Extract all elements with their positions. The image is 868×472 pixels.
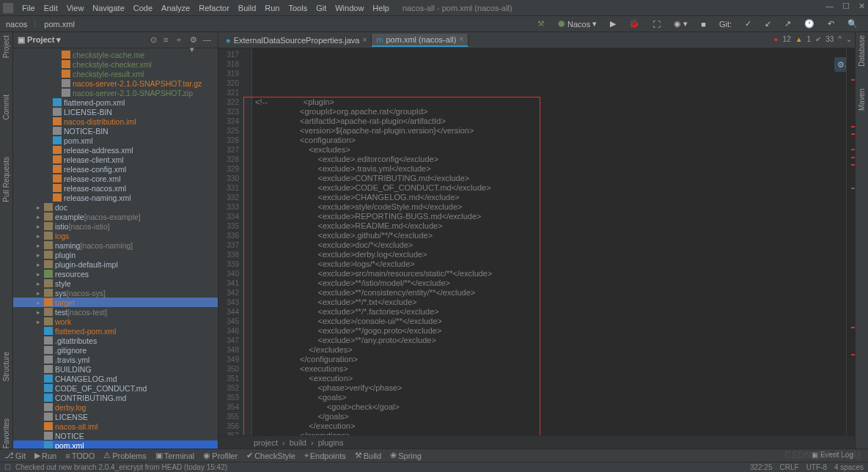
event-log[interactable]: ▣ Event Log — [812, 451, 853, 459]
breadcrumb-root[interactable]: nacos — [6, 20, 27, 29]
maximize-button[interactable]: ☐ — [842, 1, 850, 11]
git-update-button[interactable]: ✓ — [740, 18, 756, 29]
search-button[interactable]: 🔍 — [843, 18, 862, 29]
close-button[interactable]: ✕ — [858, 1, 865, 11]
run-button[interactable]: ▶ — [606, 18, 620, 29]
tool-todo[interactable]: ≡ TODO — [65, 451, 95, 460]
chevron-up-icon[interactable]: ^ — [838, 35, 842, 43]
tool-profiler[interactable]: ◉ Profiler — [203, 451, 238, 460]
tree-item[interactable]: ▸istio [nacos-istio] — [13, 221, 218, 231]
tree-item[interactable]: nacos-distribution.iml — [13, 117, 218, 126]
tree-item[interactable]: LICENSE-BIN — [13, 107, 218, 117]
file-encoding[interactable]: UTF-8 — [806, 463, 827, 471]
line-separator[interactable]: CRLF — [780, 463, 799, 471]
tool-pull-requests[interactable]: Pull Requests — [2, 157, 10, 202]
tool-run[interactable]: ▶ Run — [34, 451, 56, 460]
menu-analyze[interactable]: Analyze — [157, 4, 194, 12]
tree-item[interactable]: release-address.xml — [13, 145, 218, 155]
tree-item[interactable]: release-client.xml — [13, 155, 218, 164]
menu-navigate[interactable]: Navigate — [88, 4, 128, 12]
tool-build[interactable]: ⚒ Build — [355, 451, 381, 460]
tree-item[interactable]: ▸style — [13, 279, 218, 288]
editor-breadcrumb[interactable]: project › build › plugins — [218, 435, 855, 449]
tree-item[interactable]: nacos-server-2.1.0-SNAPSHOT.zip — [13, 88, 218, 97]
weak-warning-count[interactable]: 33 — [825, 35, 834, 43]
tree-item[interactable]: ▸target — [13, 298, 218, 307]
tree-item[interactable]: derby.log — [13, 402, 218, 412]
close-icon[interactable]: × — [362, 36, 367, 44]
menu-refactor[interactable]: Refactor — [194, 4, 234, 12]
tree-item[interactable]: release-config.xml — [13, 164, 218, 174]
debug-button[interactable]: 🐞 — [625, 18, 644, 29]
tree-item[interactable]: NOTICE-BIN — [13, 126, 218, 136]
tree-item[interactable]: release-naming.xml — [13, 193, 218, 202]
minimize-button[interactable]: — — [825, 1, 834, 11]
tree-item[interactable]: ▸naming [nacos-naming] — [13, 240, 218, 250]
tree-item[interactable]: ▸logs — [13, 231, 218, 240]
tree-item[interactable]: BUILDING — [13, 364, 218, 374]
tree-item[interactable]: CODE_OF_CONDUCT.md — [13, 383, 218, 393]
tree-item[interactable]: pom.xml — [13, 440, 218, 449]
hide-panel-icon[interactable]: — — [203, 35, 213, 45]
tree-item[interactable]: ▸resources — [13, 269, 218, 279]
tab-external-datasource[interactable]: ●ExternalDataSourceProperties.java× — [221, 34, 372, 46]
menu-run[interactable]: Run — [260, 4, 284, 12]
tool-database[interactable]: Database — [858, 35, 866, 67]
menu-edit[interactable]: Edit — [40, 4, 62, 12]
close-icon[interactable]: × — [459, 35, 463, 43]
tree-item[interactable]: ▸plugin-default-impl — [13, 259, 218, 269]
git-commit-button[interactable]: ↙ — [760, 18, 776, 29]
tool-project[interactable]: Project — [2, 35, 10, 58]
tree-item[interactable]: checkstyle-result.xml — [13, 69, 218, 78]
menu-tools[interactable]: Tools — [284, 4, 312, 12]
git-push-button[interactable]: ↗ — [780, 18, 795, 29]
error-count[interactable]: 12 — [783, 35, 791, 43]
tree-item[interactable]: ▸plugin — [13, 250, 218, 259]
tree-item[interactable]: pom.xml — [13, 136, 218, 145]
select-opened-file-icon[interactable]: ⊙ — [150, 35, 161, 45]
git-history-button[interactable]: 🕐 — [800, 18, 819, 29]
tree-item[interactable]: flattened-pom.xml — [13, 97, 218, 107]
cursor-position[interactable]: 322:25 — [750, 463, 773, 471]
project-tree[interactable]: checkstyle-cache.mecheckstyle-checker.xm… — [13, 48, 218, 449]
menu-code[interactable]: Code — [129, 4, 157, 12]
settings-icon[interactable]: ⚙ ▾ — [190, 35, 200, 45]
chevron-down-icon[interactable]: ⌄ — [846, 35, 852, 43]
expand-all-icon[interactable]: ≡ — [163, 35, 174, 45]
collapse-all-icon[interactable]: ÷ — [177, 35, 187, 45]
tree-item[interactable]: ▸test [nacos-test] — [13, 307, 218, 317]
tab-pom-xml[interactable]: mpom.xml (nacos-all)× — [372, 34, 468, 47]
tool-terminal[interactable]: ▣ Terminal — [155, 451, 195, 460]
fold-gutter[interactable] — [243, 48, 252, 435]
tree-item[interactable]: .gitignore — [13, 345, 218, 355]
tool-spring[interactable]: ❀ Spring — [390, 451, 422, 460]
tool-favorites[interactable]: Favorites — [2, 418, 10, 449]
tree-item[interactable]: .gitattributes — [13, 336, 218, 345]
code-editor[interactable]: 3173183193203213223233243253263273283293… — [218, 48, 855, 435]
tree-item[interactable]: NOTICE — [13, 431, 218, 440]
tool-checkstyle[interactable]: ✔ CheckStyle — [246, 451, 295, 460]
tree-item[interactable]: CHANGELOG.md — [13, 374, 218, 383]
tree-item[interactable]: ▸example [nacos-example] — [13, 212, 218, 221]
menu-window[interactable]: Window — [331, 4, 368, 12]
error-stripe[interactable] — [846, 48, 855, 435]
tree-item[interactable]: release-nacos.xml — [13, 183, 218, 193]
profile-button[interactable]: ◉ ▾ — [669, 18, 692, 29]
indent-setting[interactable]: 4 spaces — [834, 463, 864, 471]
stop-button[interactable]: ■ — [696, 19, 710, 29]
build-button[interactable]: ⚒ — [533, 18, 549, 29]
tree-item[interactable]: nacos-all.iml — [13, 421, 218, 431]
menu-file[interactable]: File — [18, 4, 40, 12]
quick-actions-icon[interactable]: ☐ — [4, 463, 11, 471]
warning-count[interactable]: 1 — [807, 35, 812, 43]
tree-item[interactable]: ▸sys [nacos-sys] — [13, 288, 218, 298]
menu-build[interactable]: Build — [234, 4, 260, 12]
tree-item[interactable]: checkstyle-cache.me — [13, 50, 218, 59]
run-config-dropdown[interactable]: ⬣ Nacos ▾ — [553, 18, 601, 29]
tree-item[interactable]: nacos-server-2.1.0-SNAPSHOT.tar.gz — [13, 78, 218, 88]
tree-item[interactable]: release-core.xml — [13, 174, 218, 183]
tool-endpoints[interactable]: ⌖ Endpoints — [304, 451, 346, 460]
menu-git[interactable]: Git — [312, 4, 331, 12]
tool-structure[interactable]: Structure — [2, 352, 10, 382]
tool-commit[interactable]: Commit — [2, 95, 10, 119]
